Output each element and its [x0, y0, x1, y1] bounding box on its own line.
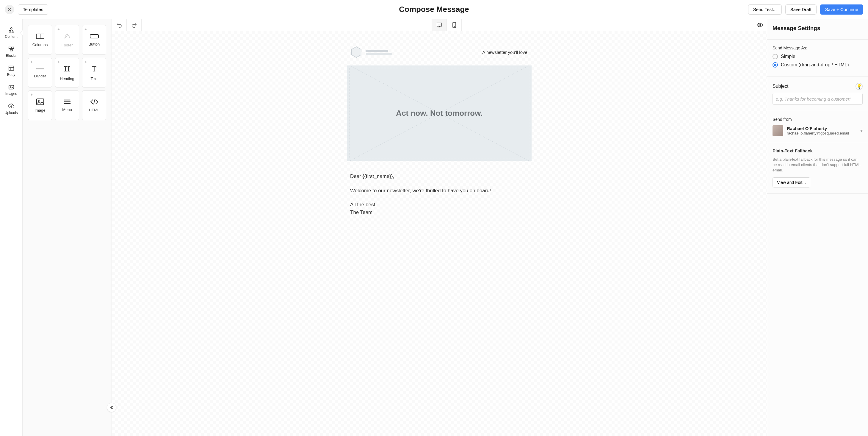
rail-uploads[interactable]: Uploads [0, 99, 22, 118]
sparkle-icon: ✦ [57, 60, 60, 64]
hero-image-placeholder[interactable]: Act now. Not tomorrow. [347, 65, 532, 161]
block-text-label: Text [91, 77, 98, 81]
mobile-view-button[interactable] [447, 19, 462, 31]
sparkle-icon: ✦ [30, 92, 33, 97]
collapse-palette-button[interactable] [107, 403, 116, 412]
hero-text: Act now. Not tomorrow. [396, 109, 483, 118]
brand-placeholder [350, 46, 392, 58]
rail-blocks-label: Blocks [6, 54, 17, 58]
block-columns-label: Columns [32, 42, 48, 47]
block-menu-label: Menu [62, 108, 72, 112]
fallback-desc: Set a plain-text fallback for this messa… [773, 157, 863, 173]
rail-body[interactable]: Body [0, 61, 22, 80]
redo-button[interactable] [127, 19, 142, 31]
block-text[interactable]: ✦ T Text [82, 58, 106, 87]
heading-glyph: H [64, 65, 70, 74]
block-image[interactable]: ✦ Image [28, 90, 52, 120]
lightbulb-icon[interactable]: 💡 [856, 83, 863, 90]
topbar: Templates Compose Message Send Test... S… [0, 0, 868, 19]
subject-label: Subject [773, 84, 788, 89]
radio-custom[interactable]: Custom (drag-and-drop / HTML) [773, 62, 863, 67]
svg-rect-22 [437, 23, 442, 26]
svg-rect-16 [37, 99, 44, 105]
rail-body-label: Body [7, 72, 15, 77]
svg-marker-2 [11, 30, 13, 32]
svg-point-27 [759, 24, 761, 26]
svg-point-26 [454, 27, 455, 27]
templates-button[interactable]: Templates [18, 4, 48, 14]
block-image-label: Image [34, 108, 45, 113]
svg-line-21 [94, 99, 95, 104]
send-as-label: Send Message As: [773, 46, 863, 50]
from-name: Rachael O'Flaherty [787, 126, 849, 131]
subject-input[interactable] [773, 93, 863, 105]
email-divider [347, 228, 532, 228]
svg-rect-13 [90, 34, 98, 38]
svg-rect-1 [9, 31, 11, 32]
svg-point-17 [38, 100, 39, 101]
radio-simple-label: Simple [781, 54, 796, 59]
avatar [773, 125, 783, 136]
rail-images[interactable]: Images [0, 80, 22, 99]
greeting-line: Dear {{first_name}}, [350, 173, 529, 180]
rail-images-label: Images [5, 92, 17, 96]
text-glyph: T [92, 65, 97, 74]
undo-button[interactable] [112, 19, 127, 31]
save-continue-button[interactable]: Save + Continue [820, 4, 863, 14]
block-button-label: Button [89, 42, 100, 47]
signoff: All the best,The Team [350, 201, 529, 216]
radio-simple[interactable]: Simple [773, 54, 863, 59]
svg-point-0 [10, 28, 12, 29]
block-html-label: HTML [89, 108, 99, 112]
block-heading-label: Heading [60, 77, 74, 81]
block-palette: Columns ✦ Footer ✦ Button ✦ Divider ✦ H … [23, 19, 112, 436]
svg-marker-28 [351, 47, 361, 57]
send-test-button[interactable]: Send Test... [748, 4, 782, 14]
close-button[interactable] [5, 5, 14, 14]
send-from-selector[interactable]: Rachael O'Flaherty rachael.o.flaherty@go… [773, 125, 863, 136]
block-menu[interactable]: Menu [55, 90, 79, 120]
hexagon-icon [350, 46, 363, 58]
rail-content-label: Content [5, 34, 17, 39]
canvas-toolbar [112, 19, 767, 31]
block-columns[interactable]: Columns [28, 25, 52, 55]
block-button[interactable]: ✦ Button [82, 25, 106, 55]
radio-custom-label: Custom (drag-and-drop / HTML) [781, 62, 849, 67]
block-html[interactable]: HTML [82, 90, 106, 120]
left-rail: Content Blocks Body Images Uploads [0, 19, 23, 436]
sparkle-icon: ✦ [84, 27, 88, 32]
block-heading[interactable]: ✦ H Heading [55, 58, 79, 87]
desktop-view-button[interactable] [432, 19, 447, 31]
svg-rect-5 [10, 50, 12, 51]
settings-title: Message Settings [773, 25, 863, 32]
canvas[interactable]: A newsletter you'll love. Act now. Not t… [112, 31, 767, 436]
newsletter-tagline: A newsletter you'll love. [483, 50, 529, 55]
from-email: rachael.o.flaherty@gosquared.email [787, 131, 849, 136]
page-title: Compose Message [399, 5, 469, 14]
block-divider-label: Divider [34, 74, 46, 78]
svg-rect-3 [9, 47, 11, 49]
svg-rect-4 [11, 47, 13, 49]
rail-uploads-label: Uploads [4, 111, 18, 115]
sparkle-icon: ✦ [57, 27, 60, 32]
block-divider[interactable]: ✦ Divider [28, 58, 52, 87]
save-draft-button[interactable]: Save Draft [785, 4, 816, 14]
preview-button[interactable] [752, 19, 767, 31]
block-footer[interactable]: ✦ Footer [55, 25, 79, 55]
email-body[interactable]: Dear {{first_name}}, Welcome to our news… [347, 161, 532, 219]
chevron-down-icon: ▾ [860, 128, 863, 134]
fallback-title: Plain-Text Fallback [773, 148, 863, 153]
block-footer-label: Footer [62, 43, 73, 47]
sparkle-icon: ✦ [30, 60, 33, 64]
sparkle-icon: ✦ [84, 60, 88, 64]
welcome-line: Welcome to our newsletter, we're thrille… [350, 187, 529, 195]
view-edit-fallback-button[interactable]: View and Edit... [773, 177, 810, 187]
rail-content[interactable]: Content [0, 23, 22, 42]
rail-blocks[interactable]: Blocks [0, 42, 22, 61]
svg-rect-6 [9, 66, 14, 70]
svg-rect-9 [9, 85, 14, 89]
send-from-label: Send from [773, 117, 863, 122]
settings-panel: Message Settings Send Message As: Simple… [767, 19, 868, 436]
